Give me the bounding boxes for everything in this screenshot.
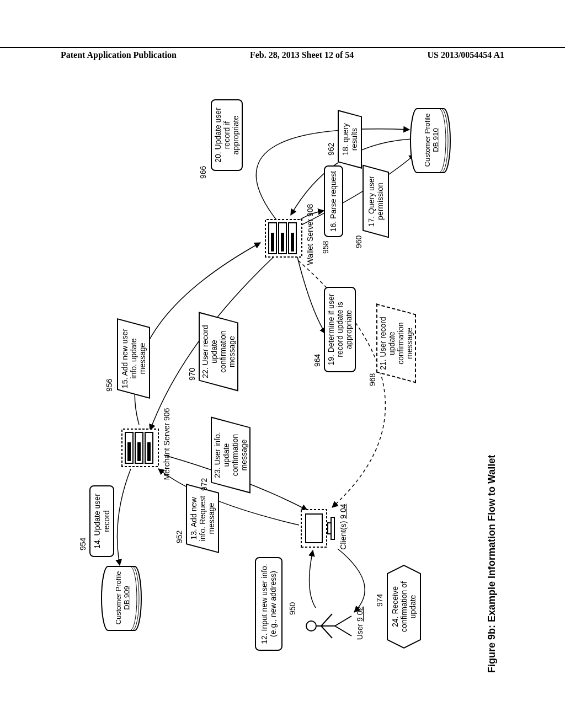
svg-line-5 (335, 616, 351, 626)
step-17: 17. Query user permission (363, 165, 389, 238)
db-wallet-label: Customer ProfileDB 910 (424, 108, 440, 172)
ref-950: 950 (288, 602, 297, 615)
step-13: 13. Add new info. Request message (186, 484, 219, 553)
merchant-server-icon (120, 425, 161, 469)
svg-rect-21 (281, 233, 284, 251)
ref-974: 974 (375, 594, 384, 607)
svg-line-4 (335, 626, 351, 636)
header-center: Feb. 28, 2013 Sheet 12 of 54 (250, 50, 354, 60)
step-18: 18. query results (338, 110, 362, 169)
ref-958: 958 (321, 241, 330, 254)
ref-952: 952 (175, 531, 184, 543)
step-16: 16. Parse request (324, 165, 343, 237)
step-12: 12. Input new user info. (e.g., new addr… (255, 557, 282, 651)
figure-caption: Figure 9b: Example Information Flow to W… (486, 455, 498, 673)
header-right: US 2013/0054454 A1 (427, 50, 504, 60)
svg-rect-9 (331, 517, 334, 539)
svg-rect-14 (137, 442, 141, 461)
svg-rect-7 (306, 514, 322, 543)
header-left: Patent Application Publication (61, 50, 177, 60)
page-content: User 9 02 Client(s) 9 04 Merchant Server… (44, 83, 521, 689)
client-icon (299, 506, 338, 550)
ref-968: 968 (368, 373, 377, 386)
step-15: 15. Add new user info. update message (117, 318, 150, 399)
ref-966: 966 (199, 166, 207, 179)
step-19: 19. Determine if user record update is a… (324, 287, 356, 372)
step-22: 22. User record update confirmation mess… (199, 312, 238, 391)
ref-970: 970 (188, 368, 196, 381)
svg-rect-23 (291, 233, 294, 251)
ref-964: 964 (313, 354, 322, 367)
db-merchant-label: Customer ProfileDB 909 (115, 566, 131, 630)
user-icon (305, 609, 354, 643)
step-24: 24. Receive confirmation of update (391, 567, 417, 646)
wallet-server-icon (263, 215, 305, 259)
svg-line-2 (321, 626, 332, 638)
user-label: User 9 02 (355, 601, 364, 645)
wallet-server-label: Wallet Server 908 (306, 199, 315, 270)
ref-962: 962 (327, 143, 335, 156)
svg-point-0 (306, 621, 316, 631)
ref-954: 954 (78, 538, 87, 550)
svg-rect-12 (127, 442, 131, 461)
figure-9b-diagram: User 9 02 Client(s) 9 04 Merchant Server… (67, 99, 498, 673)
step-21: 21. User record update confirmation mess… (376, 303, 416, 383)
ref-960: 960 (354, 235, 363, 248)
svg-line-3 (321, 614, 332, 626)
ref-956: 956 (105, 379, 114, 392)
client-label: Client(s) 9 04 (339, 496, 348, 557)
step-20: 20. Update user record if appropriate (211, 99, 243, 171)
step-14: 14. Update user record (89, 485, 114, 557)
ref-972: 972 (200, 478, 209, 491)
merchant-server-label: Merchant Server 906 (162, 403, 171, 485)
step-23: 23. User info. update confirmation messa… (211, 416, 250, 493)
svg-rect-16 (147, 442, 151, 461)
svg-rect-19 (271, 233, 274, 251)
